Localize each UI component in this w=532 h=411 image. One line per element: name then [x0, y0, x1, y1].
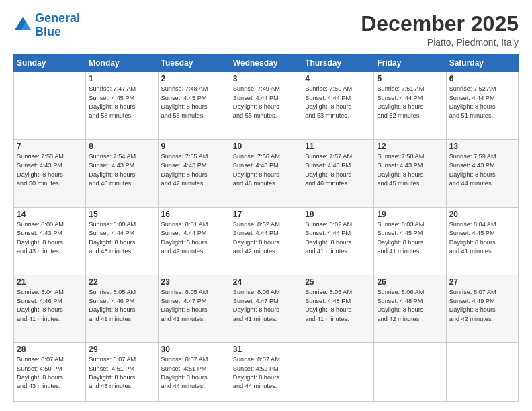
calendar-cell: 14Sunrise: 8:00 AMSunset: 4:43 PMDayligh… [14, 207, 86, 275]
location-subtitle: Piatto, Piedmont, Italy [361, 37, 519, 48]
cell-info: Sunrise: 8:06 AMSunset: 4:48 PMDaylight:… [305, 288, 371, 324]
logo-text: General Blue [35, 12, 80, 39]
calendar-cell: 30Sunrise: 8:07 AMSunset: 4:51 PMDayligh… [158, 342, 230, 402]
day-header-sunday: Sunday [14, 55, 86, 72]
calendar-cell: 20Sunrise: 8:04 AMSunset: 4:45 PMDayligh… [446, 207, 518, 275]
calendar-cell: 27Sunrise: 8:07 AMSunset: 4:49 PMDayligh… [446, 275, 518, 342]
calendar-cell: 23Sunrise: 8:05 AMSunset: 4:47 PMDayligh… [158, 275, 230, 342]
calendar-cell: 3Sunrise: 7:49 AMSunset: 4:44 PMDaylight… [230, 72, 302, 140]
calendar-week-row: 14Sunrise: 8:00 AMSunset: 4:43 PMDayligh… [14, 207, 519, 275]
calendar-table: SundayMondayTuesdayWednesdayThursdayFrid… [13, 54, 519, 402]
day-header-saturday: Saturday [446, 55, 518, 72]
cell-info: Sunrise: 8:00 AMSunset: 4:43 PMDaylight:… [17, 220, 83, 256]
calendar-cell: 10Sunrise: 7:56 AMSunset: 4:43 PMDayligh… [230, 140, 302, 208]
day-header-wednesday: Wednesday [230, 55, 302, 72]
calendar-cell: 4Sunrise: 7:50 AMSunset: 4:44 PMDaylight… [302, 72, 374, 140]
cell-info: Sunrise: 8:07 AMSunset: 4:51 PMDaylight:… [161, 355, 227, 391]
calendar-cell [302, 342, 374, 402]
cell-info: Sunrise: 8:07 AMSunset: 4:49 PMDaylight:… [449, 288, 515, 324]
cell-info: Sunrise: 8:05 AMSunset: 4:47 PMDaylight:… [161, 288, 227, 324]
calendar-header-row: SundayMondayTuesdayWednesdayThursdayFrid… [14, 55, 519, 72]
cell-info: Sunrise: 8:05 AMSunset: 4:46 PMDaylight:… [89, 288, 154, 324]
calendar-cell: 6Sunrise: 7:52 AMSunset: 4:44 PMDaylight… [446, 72, 518, 140]
cell-info: Sunrise: 7:52 AMSunset: 4:44 PMDaylight:… [449, 85, 515, 120]
cell-info: Sunrise: 7:59 AMSunset: 4:43 PMDaylight:… [449, 152, 515, 188]
month-title: December 2025 [361, 12, 519, 36]
day-number: 9 [161, 142, 227, 151]
logo-blue: Blue [35, 25, 61, 38]
day-number: 21 [17, 277, 83, 287]
day-number: 17 [233, 210, 299, 219]
day-number: 12 [377, 142, 443, 151]
cell-info: Sunrise: 7:53 AMSunset: 4:43 PMDaylight:… [17, 152, 83, 188]
calendar-cell: 2Sunrise: 7:48 AMSunset: 4:45 PMDaylight… [158, 72, 230, 140]
calendar-cell: 7Sunrise: 7:53 AMSunset: 4:43 PMDaylight… [14, 140, 86, 208]
cell-info: Sunrise: 8:06 AMSunset: 4:48 PMDaylight:… [377, 288, 443, 324]
cell-info: Sunrise: 7:55 AMSunset: 4:43 PMDaylight:… [161, 152, 227, 188]
day-number: 16 [161, 210, 227, 219]
header: General Blue December 2025 Piatto, Piedm… [13, 12, 519, 48]
cell-info: Sunrise: 8:07 AMSunset: 4:52 PMDaylight:… [233, 355, 299, 391]
day-number: 14 [17, 210, 83, 219]
calendar-week-row: 1Sunrise: 7:47 AMSunset: 4:45 PMDaylight… [14, 72, 519, 140]
day-number: 30 [161, 345, 227, 354]
calendar-cell: 26Sunrise: 8:06 AMSunset: 4:48 PMDayligh… [374, 275, 446, 342]
cell-info: Sunrise: 8:04 AMSunset: 4:45 PMDaylight:… [449, 220, 515, 256]
day-number: 15 [89, 210, 154, 219]
day-number: 26 [377, 277, 443, 287]
day-number: 4 [305, 74, 371, 83]
day-number: 29 [89, 345, 154, 354]
cell-info: Sunrise: 8:07 AMSunset: 4:51 PMDaylight:… [89, 355, 154, 391]
calendar-cell: 25Sunrise: 8:06 AMSunset: 4:48 PMDayligh… [302, 275, 374, 342]
day-number: 24 [233, 277, 299, 287]
cell-info: Sunrise: 7:48 AMSunset: 4:45 PMDaylight:… [161, 85, 227, 120]
day-number: 19 [377, 210, 443, 219]
calendar-cell: 24Sunrise: 8:06 AMSunset: 4:47 PMDayligh… [230, 275, 302, 342]
cell-info: Sunrise: 7:54 AMSunset: 4:43 PMDaylight:… [89, 152, 154, 188]
calendar-cell [374, 342, 446, 402]
cell-info: Sunrise: 7:56 AMSunset: 4:43 PMDaylight:… [233, 152, 299, 188]
calendar-cell: 8Sunrise: 7:54 AMSunset: 4:43 PMDaylight… [86, 140, 158, 208]
logo-icon [13, 16, 32, 35]
calendar-week-row: 28Sunrise: 8:07 AMSunset: 4:50 PMDayligh… [14, 342, 519, 402]
day-header-thursday: Thursday [302, 55, 374, 72]
day-number: 8 [89, 142, 154, 151]
day-number: 23 [161, 277, 227, 287]
cell-info: Sunrise: 7:57 AMSunset: 4:43 PMDaylight:… [305, 152, 371, 188]
calendar-week-row: 7Sunrise: 7:53 AMSunset: 4:43 PMDaylight… [14, 140, 519, 208]
day-number: 25 [305, 277, 371, 287]
page: General Blue December 2025 Piatto, Piedm… [0, 0, 532, 411]
cell-info: Sunrise: 8:00 AMSunset: 4:44 PMDaylight:… [89, 220, 154, 256]
cell-info: Sunrise: 8:03 AMSunset: 4:45 PMDaylight:… [377, 220, 443, 256]
calendar-cell: 9Sunrise: 7:55 AMSunset: 4:43 PMDaylight… [158, 140, 230, 208]
calendar-cell: 31Sunrise: 8:07 AMSunset: 4:52 PMDayligh… [230, 342, 302, 402]
day-number: 31 [233, 345, 299, 354]
day-number: 10 [233, 142, 299, 151]
day-number: 1 [89, 74, 154, 83]
day-number: 28 [17, 345, 83, 354]
cell-info: Sunrise: 7:50 AMSunset: 4:44 PMDaylight:… [305, 85, 371, 120]
day-number: 11 [305, 142, 371, 151]
cell-info: Sunrise: 8:07 AMSunset: 4:50 PMDaylight:… [17, 355, 83, 391]
day-number: 18 [305, 210, 371, 219]
calendar-cell [14, 72, 86, 140]
logo-general: General [35, 11, 80, 25]
day-header-friday: Friday [374, 55, 446, 72]
calendar-cell: 12Sunrise: 7:58 AMSunset: 4:43 PMDayligh… [374, 140, 446, 208]
calendar-cell: 19Sunrise: 8:03 AMSunset: 4:45 PMDayligh… [374, 207, 446, 275]
day-number: 2 [161, 74, 227, 83]
calendar-cell: 16Sunrise: 8:01 AMSunset: 4:44 PMDayligh… [158, 207, 230, 275]
day-number: 27 [449, 277, 515, 287]
calendar-week-row: 21Sunrise: 8:04 AMSunset: 4:46 PMDayligh… [14, 275, 519, 342]
day-number: 13 [449, 142, 515, 151]
calendar-cell: 1Sunrise: 7:47 AMSunset: 4:45 PMDaylight… [86, 72, 158, 140]
cell-info: Sunrise: 7:49 AMSunset: 4:44 PMDaylight:… [233, 85, 299, 120]
calendar-cell: 18Sunrise: 8:02 AMSunset: 4:44 PMDayligh… [302, 207, 374, 275]
cell-info: Sunrise: 8:06 AMSunset: 4:47 PMDaylight:… [233, 288, 299, 324]
calendar-cell: 28Sunrise: 8:07 AMSunset: 4:50 PMDayligh… [14, 342, 86, 402]
day-number: 3 [233, 74, 299, 83]
calendar-cell: 15Sunrise: 8:00 AMSunset: 4:44 PMDayligh… [86, 207, 158, 275]
calendar-cell: 22Sunrise: 8:05 AMSunset: 4:46 PMDayligh… [86, 275, 158, 342]
cell-info: Sunrise: 8:02 AMSunset: 4:44 PMDaylight:… [305, 220, 371, 256]
calendar-cell [446, 342, 518, 402]
